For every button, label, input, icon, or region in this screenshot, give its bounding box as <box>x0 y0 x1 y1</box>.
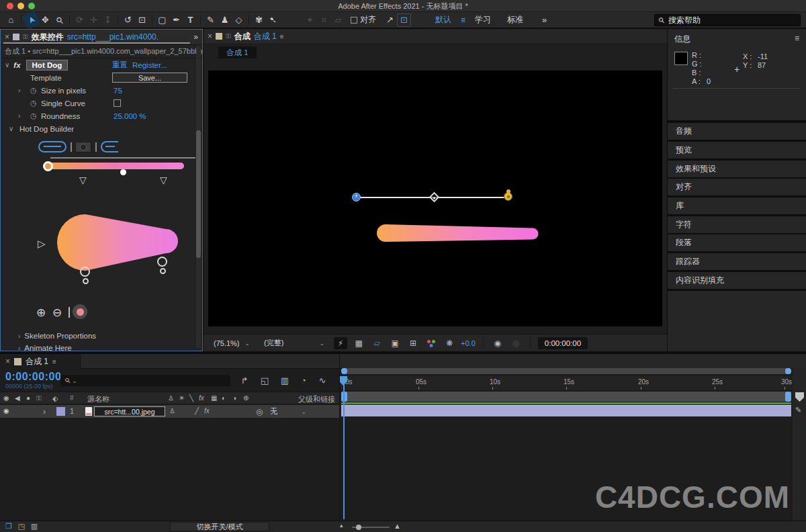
timeline-tab-comp1[interactable]: × 合成 1 ≡ <box>0 354 81 369</box>
remove-pin-icon[interactable]: ⊖ <box>52 306 62 320</box>
eraser-tool-icon[interactable]: ◇ <box>232 13 246 27</box>
timeline-search-input[interactable]: ⚲ ⌄ <box>60 375 230 386</box>
viewer-tab-comp1[interactable]: 合成 1 <box>218 46 257 58</box>
register-link[interactable]: Register... <box>132 61 167 69</box>
rectangle-tool-icon[interactable]: ▢ <box>155 13 169 27</box>
puppet-pin-tool-icon[interactable]: ➷ <box>266 13 280 27</box>
in-out-pane-toggle-icon[interactable]: ▥ <box>29 522 40 531</box>
composition-tab[interactable]: × ⚿ 合成 合成 1 ≡ <box>204 29 667 44</box>
quality-switch-icon[interactable]: ╲ <box>189 394 193 402</box>
workspace-tab-standard[interactable]: 标准 <box>500 13 530 27</box>
panel-tab-libraries[interactable]: 库 <box>668 197 806 214</box>
fast-preview-icon[interactable]: ⚡ <box>334 337 347 349</box>
preview-play-icon[interactable]: ▷ <box>38 238 46 250</box>
motion-blur-icon[interactable]: ◔ <box>296 375 312 386</box>
resolution-dropdown[interactable]: (完整) ⌄ <box>259 337 329 349</box>
single-curve-checkbox[interactable] <box>114 99 121 107</box>
mask-visibility-icon[interactable]: ▱ <box>370 337 384 349</box>
anchor-point-handle[interactable] <box>429 192 440 203</box>
rotation-tool-icon[interactable]: ↺ <box>121 13 135 27</box>
effect-controls-tab[interactable]: × ⚿ 效果控件 src=http___pic1.win4000.com_wa … <box>1 30 202 45</box>
adjustment-switch-icon[interactable]: ◑ <box>232 394 236 402</box>
help-search-input[interactable]: ⚲ 搜索帮助 <box>654 14 801 26</box>
size-in-pixels-value[interactable]: 75 <box>114 87 122 95</box>
workspace-overflow-icon[interactable]: » <box>542 15 547 25</box>
skeleton-pin-handle[interactable] <box>157 257 167 267</box>
composition-viewport[interactable] <box>208 71 662 326</box>
pick-whip-icon[interactable]: ◎ <box>256 407 263 416</box>
orbit-camera-tool-icon[interactable]: ⟳ <box>73 13 87 27</box>
motion-blur-switch-icon[interactable]: ◐ <box>222 394 226 402</box>
time-ruler[interactable]: 0s 05s 10s 15s 20s 25s 30s <box>341 376 791 391</box>
toggle-switches-modes-button[interactable]: 切换开关/模式 <box>170 522 269 531</box>
image-fill-icon[interactable] <box>75 142 91 152</box>
transfer-controls-pane-toggle-icon[interactable]: ◳ <box>16 522 27 531</box>
lock-icon[interactable]: ⚿ <box>226 32 231 40</box>
local-axis-mode-icon[interactable]: ⌖ <box>303 13 317 27</box>
threed-switch-icon[interactable]: ⊕ <box>243 394 249 402</box>
workspace-menu-icon[interactable]: ≡ <box>461 15 465 25</box>
gradient-start-handle[interactable] <box>43 161 53 171</box>
hot-dog-layer-shape[interactable] <box>376 222 544 245</box>
exposure-reset-icon[interactable]: ❋ <box>443 337 456 349</box>
workspace-tab-default[interactable]: 默认 <box>429 13 458 27</box>
gradient-ramp[interactable] <box>48 163 184 169</box>
video-icon[interactable]: ◉ <box>3 394 9 402</box>
view-axis-mode-icon[interactable]: ▱ <box>331 13 345 27</box>
zoom-tool-icon[interactable]: ⚲ <box>50 10 69 30</box>
panel-overflow-icon[interactable]: » <box>193 32 198 42</box>
home-tool-icon[interactable]: ⌂ <box>4 13 18 27</box>
layer-source-name[interactable]: src=htt...00.jpeg <box>94 406 165 416</box>
channels-icon[interactable] <box>424 337 438 349</box>
workspace-tab-learn[interactable]: 学习 <box>468 13 498 27</box>
pan-camera-tool-icon[interactable]: ✛ <box>87 13 101 27</box>
graph-editor-icon[interactable]: ∿ <box>314 375 330 386</box>
exposure-value[interactable]: +0.0 <box>461 339 476 347</box>
capsule-both-ends-icon[interactable] <box>38 141 66 152</box>
taper-flag-right-icon[interactable]: ▽ <box>160 175 167 185</box>
snap-arrow-icon[interactable]: ↗ <box>383 13 397 27</box>
skeleton-pin-handle[interactable] <box>80 267 90 277</box>
parent-dropdown[interactable]: 无 ⌄ <box>267 406 309 416</box>
layer-quality-icon[interactable]: ╱ <box>195 407 199 414</box>
playhead-line[interactable] <box>343 376 345 519</box>
source-name-column[interactable]: 源名称 <box>87 394 109 404</box>
collapse-icon[interactable]: ∨ <box>9 125 13 132</box>
timeline-splitter[interactable] <box>339 354 340 521</box>
layer-label-swatch[interactable] <box>56 407 65 416</box>
pen-tool-icon[interactable]: ✒ <box>169 13 183 27</box>
layer-video-icon[interactable]: ◉ <box>3 407 9 414</box>
save-template-button[interactable]: Save... <box>112 73 187 83</box>
individual-property-icon[interactable]: ✎ <box>795 406 801 414</box>
close-icon[interactable]: × <box>5 32 9 42</box>
frame-blend-switch-icon[interactable]: ▦ <box>211 394 217 402</box>
stopwatch-icon[interactable]: ◷ <box>30 112 37 120</box>
panel-tab-align[interactable]: 对齐 <box>668 179 806 195</box>
start-joint-handle[interactable] <box>352 193 361 202</box>
audio-icon[interactable]: ◀ <box>15 394 20 402</box>
time-navigator-bar[interactable] <box>341 368 791 374</box>
panel-tab-audio[interactable]: 音频 <box>668 123 806 140</box>
show-snapshot-icon[interactable]: ◎ <box>509 337 523 349</box>
panel-tab-content-aware-fill[interactable]: 内容识别填充 <box>668 272 806 289</box>
color-swatch[interactable] <box>73 304 87 319</box>
end-joint-handle[interactable] <box>504 192 512 201</box>
layer-number-column[interactable]: # <box>70 394 74 402</box>
panel-menu-icon[interactable]: ≡ <box>795 34 799 43</box>
brush-tool-icon[interactable]: ✎ <box>204 13 218 27</box>
label-column-icon[interactable]: ⬖ <box>52 394 58 403</box>
effects-switch-icon[interactable]: fx <box>199 394 204 402</box>
comp-flowchart-icon[interactable]: ↱ <box>236 375 253 386</box>
selection-tool-icon[interactable]: ➤ <box>22 11 40 29</box>
layer-row-1[interactable]: ◉ › 1 src=htt...00.jpeg ♙ ╱ fx ◎ 无 ⌄ <box>0 405 339 418</box>
reset-link[interactable]: 重置 <box>112 60 128 70</box>
gradient-mid-handle[interactable] <box>120 169 126 175</box>
animate-here-row[interactable]: › Animate Here <box>1 342 201 354</box>
layer-anchor-icon[interactable]: ♙ <box>169 407 175 414</box>
panel-menu-icon[interactable]: ≡ <box>52 358 56 365</box>
transparency-grid-icon[interactable]: ▦ <box>352 337 365 349</box>
expand-icon[interactable]: › <box>18 112 20 120</box>
close-icon[interactable]: × <box>5 357 10 366</box>
camera-tool-icon[interactable]: ⊡ <box>135 13 149 27</box>
world-axis-mode-icon[interactable]: ⌗ <box>317 13 331 27</box>
